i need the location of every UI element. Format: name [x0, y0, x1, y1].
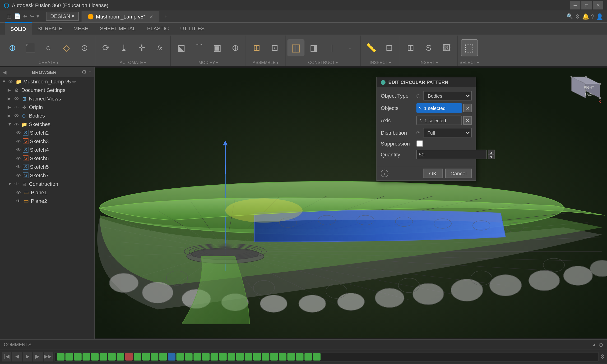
suppression-checkbox[interactable] [416, 140, 423, 147]
quantity-up-button[interactable]: ▲ [488, 150, 495, 155]
root-expand-icon[interactable]: ▼ [2, 79, 8, 84]
select-button[interactable]: ⬚ [461, 39, 478, 56]
tl-item-27[interactable] [287, 353, 295, 360]
tl-item-20[interactable] [228, 353, 235, 360]
new-component-button[interactable]: ⊕ [4, 39, 21, 56]
tl-item-28[interactable] [296, 353, 304, 360]
tl-item-3[interactable] [74, 353, 81, 360]
object-type-select[interactable]: Bodies Features Faces [423, 91, 472, 101]
browser-plane2[interactable]: 👁 ▭ Plane2 [0, 197, 94, 205]
tl-item-23[interactable] [253, 353, 261, 360]
sketch5a-eye-icon[interactable]: 👁 [15, 155, 22, 162]
sketch3-eye-icon[interactable]: 👁 [15, 138, 22, 144]
loft-button[interactable]: ◇ [58, 39, 75, 56]
select-label[interactable]: SELECT▾ [459, 60, 479, 66]
nav-cube[interactable]: RIGHT BACK X [564, 72, 602, 110]
objects-selected-badge[interactable]: ↖ 1 selected [416, 103, 462, 113]
measure-button[interactable]: 📏 [363, 39, 380, 56]
tl-item-1[interactable] [57, 353, 65, 360]
tl-item-9[interactable] [125, 353, 133, 360]
hole-button[interactable]: ⊙ [76, 39, 93, 56]
assemble-joint-button[interactable]: ⊞ [248, 39, 265, 56]
insert-label[interactable]: INSERT▾ [419, 60, 438, 66]
shell-button[interactable]: ▣ [209, 39, 226, 56]
tl-item-16[interactable] [194, 353, 201, 360]
physics-button[interactable]: ⊡ [266, 39, 283, 56]
tl-item-24[interactable] [262, 353, 270, 360]
tl-item-13[interactable] [159, 353, 167, 360]
plane1-eye-icon[interactable]: 👁 [15, 189, 22, 196]
quantity-input[interactable] [416, 150, 486, 159]
tl-item-15[interactable] [185, 353, 193, 360]
inspect-label[interactable]: INSPECT▾ [370, 60, 391, 66]
browser-named-views[interactable]: ▶ 👁 ⊞ Named Views [0, 94, 94, 103]
tl-item-19[interactable] [219, 353, 227, 360]
tab-plastic[interactable]: PLASTIC [141, 22, 175, 35]
ok-button[interactable]: OK [423, 169, 443, 178]
tab-mesh[interactable]: MESH [68, 22, 94, 35]
import-button[interactable]: ⤓ [115, 39, 132, 56]
tl-item-12[interactable] [151, 353, 159, 360]
decal-button[interactable]: 🖼 [438, 39, 455, 56]
revolve-button[interactable]: ○ [40, 39, 57, 56]
extrude-button[interactable]: ⬛ [22, 39, 39, 56]
tl-item-14[interactable] [176, 353, 184, 360]
construction-expand-icon[interactable]: ▼ [8, 182, 13, 186]
automate-label[interactable]: AUTOMATE▾ [120, 60, 146, 66]
assemble-label[interactable]: ASSEMBLE▾ [253, 60, 279, 66]
add-tab-button[interactable]: + [160, 11, 172, 22]
tl-item-29[interactable] [304, 353, 312, 360]
move-button[interactable]: ✛ [133, 39, 150, 56]
tl-item-26[interactable] [279, 353, 286, 360]
help-icon[interactable]: ? [591, 13, 594, 20]
combine-button[interactable]: ⊕ [227, 39, 244, 56]
tab-solid[interactable]: SOLID [5, 22, 32, 35]
timeline-start-button[interactable]: |◀ [2, 352, 11, 361]
sketches-eye-icon[interactable]: 👁 [13, 121, 20, 128]
browser-expand-icon[interactable]: + [89, 69, 92, 75]
fx-button[interactable]: fx [151, 39, 168, 56]
objects-clear-button[interactable]: ✕ [463, 104, 472, 112]
point-button[interactable]: · [341, 39, 358, 56]
section-analysis-button[interactable]: ⊟ [381, 39, 398, 56]
browser-doc-settings[interactable]: ▶ ⚙ Document Settings [0, 86, 94, 94]
browser-sketch5a[interactable]: 👁 S Sketch5 [0, 154, 94, 163]
sketches-expand-icon[interactable]: ▼ [8, 122, 13, 127]
origin-eye-icon[interactable]: 👁 [13, 104, 20, 110]
insert-mesh-button[interactable]: ⊞ [402, 39, 419, 56]
redo-icon[interactable]: ↪ [30, 13, 34, 19]
views-eye-icon[interactable]: 👁 [13, 95, 20, 102]
construct-label[interactable]: CONSTRUCT▾ [308, 60, 338, 66]
tl-item-17[interactable] [202, 353, 210, 360]
axis-clear-button[interactable]: ✕ [463, 116, 472, 125]
construction-eye-icon[interactable]: 👁 [13, 181, 20, 187]
settings-icon[interactable]: ⚙ [575, 13, 580, 20]
tl-item-5[interactable] [91, 353, 99, 360]
minimize-button[interactable]: ─ [570, 1, 580, 10]
fillet-button[interactable]: ⌒ [191, 39, 208, 56]
tl-item-25[interactable] [270, 353, 278, 360]
browser-bodies[interactable]: ▶ 👁 ⬡ Bodies [0, 111, 94, 120]
undo-icon[interactable]: ↩ [23, 13, 27, 19]
info-icon[interactable]: i [381, 170, 388, 177]
tl-item-selected[interactable] [168, 353, 175, 360]
tab-sheet-metal[interactable]: SHEET METAL [94, 22, 141, 35]
tl-item-8[interactable] [117, 353, 124, 360]
bodies-eye-icon[interactable]: 👁 [13, 112, 20, 119]
misc-icon[interactable]: ▾ [37, 13, 39, 19]
browser-settings-icon[interactable]: ⚙ [81, 69, 87, 75]
axis-selected-badge[interactable]: ↖ 1 selected [416, 116, 462, 125]
viewport[interactable]: RIGHT BACK X EDIT CIRCULAR PATTERN [95, 67, 607, 339]
browser-sketch4[interactable]: 👁 S Sketch4 [0, 145, 94, 154]
tab-surface[interactable]: SURFACE [32, 22, 68, 35]
tl-item-7[interactable] [108, 353, 116, 360]
comments-expand-icon[interactable]: ▲ [592, 342, 596, 347]
axis-button[interactable]: | [323, 39, 340, 56]
file-tab-close-icon[interactable]: ✕ [149, 14, 153, 19]
browser-plane1[interactable]: 👁 ▭ Plane1 [0, 188, 94, 197]
tl-item-2[interactable] [66, 353, 73, 360]
tl-item-4[interactable] [82, 353, 90, 360]
insert-svg-button[interactable]: S [420, 39, 437, 56]
tl-item-21[interactable] [236, 353, 244, 360]
views-expand-icon[interactable]: ▶ [8, 96, 13, 101]
